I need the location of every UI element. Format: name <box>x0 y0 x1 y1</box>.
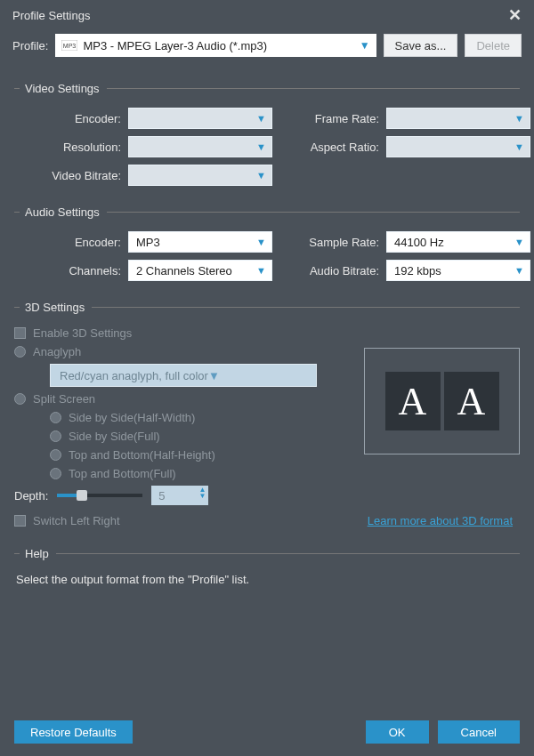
channels-select[interactable]: 2 Channels Stereo▼ <box>128 260 272 281</box>
depth-label: Depth: <box>14 489 48 503</box>
3d-preview: A A <box>364 348 520 454</box>
chevron-down-icon: ▼ <box>256 113 266 124</box>
switch-lr-label: Switch Left Right <box>33 514 120 527</box>
split-screen-radio[interactable] <box>14 393 26 405</box>
chevron-down-icon: ▼ <box>514 113 524 124</box>
sbs-half-label: Side by Side(Half-Width) <box>69 411 195 424</box>
3d-settings-heading: 3D Settings <box>14 301 520 314</box>
chevron-down-icon: ▼ <box>208 369 220 382</box>
aspect-ratio-label: Aspect Ratio: <box>272 141 386 154</box>
footer: Restore Defaults OK Cancel <box>0 712 534 756</box>
chevron-down-icon: ▼ <box>256 170 266 181</box>
svg-text:MP3: MP3 <box>63 43 77 49</box>
enable-3d-label: Enable 3D Settings <box>33 326 132 340</box>
video-encoder-label: Encoder: <box>14 112 128 125</box>
chevron-down-icon: ▼ <box>256 237 266 247</box>
window-title: Profile Settings <box>12 9 90 22</box>
depth-spinbox[interactable]: 5▲▼ <box>151 486 208 505</box>
video-settings-section: Video Settings Encoder: ▼ Frame Rate: ▼ … <box>0 73 534 188</box>
ok-button[interactable]: OK <box>366 720 429 744</box>
anaglyph-radio[interactable] <box>14 346 26 358</box>
chevron-down-icon: ▼ <box>514 265 524 276</box>
sample-rate-label: Sample Rate: <box>272 236 386 249</box>
split-screen-label: Split Screen <box>33 392 95 406</box>
channels-label: Channels: <box>14 264 128 277</box>
cancel-button[interactable]: Cancel <box>438 720 520 744</box>
preview-glyph-left: A <box>385 372 441 430</box>
chevron-down-icon: ▼ <box>514 141 524 152</box>
sbs-full-label: Side by Side(Full) <box>69 430 160 443</box>
profile-select-value: MP3 - MPEG Layer-3 Audio (*.mp3) <box>83 39 369 52</box>
audio-settings-heading: Audio Settings <box>14 205 520 219</box>
sbs-half-radio[interactable] <box>50 412 61 423</box>
frame-rate-label: Frame Rate: <box>272 112 386 125</box>
resolution-label: Resolution: <box>14 141 128 154</box>
video-encoder-select[interactable]: ▼ <box>128 108 272 129</box>
depth-slider[interactable] <box>57 494 142 497</box>
titlebar: Profile Settings ✕ <box>0 0 534 30</box>
preview-glyph-right: A <box>444 372 499 430</box>
resolution-select[interactable]: ▼ <box>128 136 272 157</box>
chevron-down-icon: ▼ <box>256 265 266 276</box>
sbs-full-radio[interactable] <box>50 430 61 442</box>
anaglyph-mode-select[interactable]: Red/cyan anaglyph, full color▼ <box>50 364 317 387</box>
delete-button: Delete <box>465 34 522 57</box>
stepper-arrows-icon: ▲▼ <box>198 487 206 499</box>
audio-encoder-label: Encoder: <box>14 236 128 249</box>
help-heading: Help <box>14 547 520 560</box>
restore-defaults-button[interactable]: Restore Defaults <box>14 720 133 744</box>
video-settings-heading: Video Settings <box>14 82 520 95</box>
switch-lr-checkbox[interactable] <box>14 515 26 527</box>
audio-bitrate-select[interactable]: 192 kbps▼ <box>386 260 530 281</box>
learn-3d-link[interactable]: Learn more about 3D format <box>368 514 513 527</box>
video-bitrate-select[interactable]: ▼ <box>128 165 272 186</box>
aspect-ratio-select[interactable]: ▼ <box>386 136 530 157</box>
chevron-down-icon: ▼ <box>256 141 266 152</box>
sample-rate-select[interactable]: 44100 Hz▼ <box>386 231 530 253</box>
tab-full-radio[interactable] <box>50 468 61 479</box>
chevron-down-icon: ▼ <box>514 237 524 247</box>
anaglyph-label: Anaglyph <box>33 345 81 358</box>
audio-settings-section: Audio Settings Encoder: MP3▼ Sample Rate… <box>0 188 534 283</box>
chevron-down-icon: ▼ <box>360 39 370 52</box>
mp3-icon: MP3 <box>61 39 77 52</box>
help-text: Select the output format from the "Profi… <box>14 573 520 586</box>
close-icon[interactable]: ✕ <box>508 7 522 23</box>
tab-full-label: Top and Bottom(Full) <box>69 467 176 480</box>
enable-3d-checkbox[interactable] <box>14 327 26 339</box>
save-as-button[interactable]: Save as... <box>384 34 458 57</box>
3d-settings-section: 3D Settings Enable 3D Settings Anaglyph … <box>0 283 534 529</box>
audio-bitrate-label: Audio Bitrate: <box>272 264 386 277</box>
profile-select[interactable]: MP3 MP3 - MPEG Layer-3 Audio (*.mp3) ▼ <box>55 34 376 57</box>
tab-half-label: Top and Bottom(Half-Height) <box>69 448 215 462</box>
video-bitrate-label: Video Bitrate: <box>14 169 128 182</box>
profile-label: Profile: <box>12 39 48 52</box>
help-section: Help Select the output format from the "… <box>0 529 534 588</box>
profile-row: Profile: MP3 MP3 - MPEG Layer-3 Audio (*… <box>0 30 534 73</box>
frame-rate-select[interactable]: ▼ <box>386 108 530 129</box>
audio-encoder-select[interactable]: MP3▼ <box>128 231 272 253</box>
tab-half-radio[interactable] <box>50 449 61 461</box>
